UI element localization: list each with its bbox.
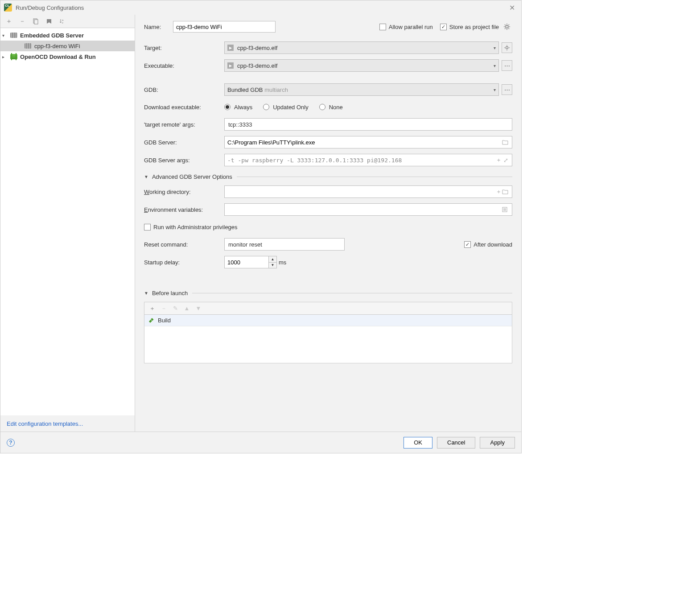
gear-icon[interactable] (502, 21, 512, 32)
add-icon[interactable]: ＋ (5, 17, 13, 25)
before-launch-header[interactable]: ▼ Before launch (144, 290, 512, 296)
allow-parallel-checkbox[interactable]: Allow parallel run (379, 24, 433, 30)
target-settings-button[interactable] (502, 42, 512, 53)
radio-icon (224, 104, 231, 110)
titlebar: Run/Debug Configurations ✕ (0, 0, 521, 15)
radio-updated-only[interactable]: Updated Only (263, 104, 309, 111)
chevron-down-icon: ▾ (2, 33, 8, 38)
advanced-section-header[interactable]: ▼ Advanced GDB Server Options (144, 173, 512, 180)
download-exec-radios: Always Updated Only None (224, 104, 343, 111)
svg-rect-1 (34, 20, 38, 24)
list-icon[interactable] (502, 207, 509, 212)
cancel-button[interactable]: Cancel (437, 437, 475, 449)
chevron-down-icon[interactable]: ▼ (269, 263, 276, 268)
edit-templates-link[interactable]: Edit configuration templates... (0, 416, 135, 432)
add-icon[interactable]: ＋ (148, 305, 156, 313)
chevron-down-icon: ▾ (494, 63, 496, 68)
gdb-server-input[interactable] (224, 136, 512, 148)
allow-parallel-label: Allow parallel run (389, 24, 433, 30)
checkbox-checked-icon: ✓ (440, 24, 447, 30)
green-chip-icon (10, 54, 17, 59)
gdb-combo[interactable]: Bundled GDB multiarch ▾ (224, 83, 499, 96)
edit-icon[interactable]: ✎ (171, 305, 179, 313)
help-icon[interactable]: ? (7, 439, 15, 447)
ok-button[interactable]: OK (404, 437, 432, 449)
chip-icon (25, 43, 32, 49)
plus-icon[interactable]: ＋ (495, 156, 502, 164)
dialog-body: ＋ － az ▾ Embedded GDB Server (0, 15, 521, 432)
startup-delay-row: Startup delay: ▲▼ ms (144, 256, 512, 268)
window-title: Run/Debug Configurations (16, 4, 84, 11)
dialog-window: Run/Debug Configurations ✕ ＋ － az ▾ (0, 0, 522, 453)
working-dir-input[interactable]: ＋ (224, 185, 512, 198)
gdb-value: Bundled GDB multiarch (227, 86, 494, 93)
gdb-server-label: GDB Server: (144, 139, 224, 146)
run-admin-label: Run with Administrator privileges (153, 224, 238, 230)
checkbox-checked-icon: ✓ (464, 241, 471, 248)
footer: ? OK Cancel Apply (0, 432, 521, 453)
before-launch-toolbar: ＋ － ✎ ▲ ▼ (144, 302, 512, 314)
chevron-up-icon[interactable]: ▲ (269, 256, 276, 263)
sort-az-icon[interactable]: az (58, 17, 66, 25)
store-as-file-checkbox[interactable]: ✓ Store as project file (440, 24, 499, 30)
run-admin-checkbox[interactable]: Run with Administrator privileges (144, 224, 238, 230)
remove-icon[interactable]: － (160, 305, 168, 313)
store-as-file-label: Store as project file (449, 24, 499, 30)
after-download-checkbox[interactable]: ✓ After download (464, 241, 512, 248)
save-configuration-icon[interactable] (45, 17, 53, 25)
startup-delay-spinner[interactable]: ▲▼ (224, 256, 277, 268)
checkbox-icon (144, 224, 151, 230)
main-panel: Name: Allow parallel run ✓ Store as proj… (135, 15, 521, 432)
tree-label: OpenOCD Download & Run (20, 54, 96, 60)
name-input[interactable] (173, 21, 276, 33)
chevron-right-icon: ▸ (2, 54, 8, 59)
copy-icon[interactable] (32, 17, 40, 25)
tree-item-embedded-gdb-server[interactable]: ▾ Embedded GDB Server (0, 30, 135, 41)
plus-icon[interactable]: ＋ (495, 188, 502, 196)
gdb-server-args-row: GDB Server args: ＋ ⤢ (144, 154, 512, 166)
apply-button[interactable]: Apply (480, 437, 515, 449)
target-file-icon: ▶ (227, 45, 234, 51)
svg-line-12 (509, 25, 510, 25)
startup-delay-unit: ms (279, 259, 286, 266)
working-dir-label: Working directory: (144, 189, 224, 195)
before-launch-list: Build (144, 314, 512, 363)
reset-cmd-row: Reset command: monitor reset ✓ After dow… (144, 238, 512, 251)
tree-item-openocd[interactable]: ▸ OpenOCD Download & Run (0, 51, 135, 62)
gdb-server-args-label: GDB Server args: (144, 157, 224, 164)
working-dir-row: Working directory: ＋ (144, 185, 512, 198)
folder-icon[interactable] (502, 189, 509, 194)
advanced-label: Advanced GDB Server Options (152, 173, 232, 180)
main-scroll[interactable]: Name: Allow parallel run ✓ Store as proj… (135, 15, 521, 432)
move-down-icon[interactable]: ▼ (194, 305, 202, 313)
radio-icon (319, 104, 325, 110)
target-remote-input[interactable]: tcp::3333 (224, 118, 512, 131)
gdb-server-args-input[interactable]: ＋ ⤢ (224, 154, 512, 166)
remove-icon[interactable]: － (18, 17, 26, 25)
executable-browse-button[interactable]: ⋯ (502, 60, 512, 71)
radio-always[interactable]: Always (224, 104, 252, 111)
close-icon[interactable]: ✕ (506, 3, 518, 13)
env-vars-input[interactable] (224, 203, 512, 216)
chevron-down-icon: ▾ (494, 87, 496, 92)
move-up-icon[interactable]: ▲ (183, 305, 191, 313)
radio-none[interactable]: None (319, 104, 343, 111)
reset-cmd-input[interactable]: monitor reset (224, 238, 345, 251)
folder-icon[interactable] (502, 140, 509, 145)
reset-cmd-label: Reset command: (144, 241, 224, 248)
target-combo[interactable]: ▶ cpp-f3-demo.elf ▾ (224, 41, 499, 54)
gdb-server-row: GDB Server: (144, 136, 512, 148)
executable-combo[interactable]: ▶ cpp-f3-demo.elf ▾ (224, 59, 499, 72)
executable-label: Executable: (144, 62, 224, 69)
gdb-row: GDB: Bundled GDB multiarch ▾ ⋯ (144, 83, 512, 96)
gdb-browse-button[interactable]: ⋯ (502, 84, 512, 95)
configurations-tree: ▾ Embedded GDB Server cpp-f3-demo WiFi ▸… (0, 28, 135, 416)
tree-label: cpp-f3-demo WiFi (34, 43, 80, 49)
executable-value: cpp-f3-demo.elf (237, 62, 494, 69)
tree-item-cpp-f3-demo-wifi[interactable]: cpp-f3-demo WiFi (0, 41, 135, 51)
expand-icon[interactable]: ⤢ (502, 157, 509, 164)
target-remote-label: 'target remote' args: (144, 121, 224, 128)
target-row: Target: ▶ cpp-f3-demo.elf ▾ (144, 41, 512, 54)
before-launch-item-build[interactable]: Build (144, 315, 512, 326)
gdb-label: GDB: (144, 86, 224, 93)
